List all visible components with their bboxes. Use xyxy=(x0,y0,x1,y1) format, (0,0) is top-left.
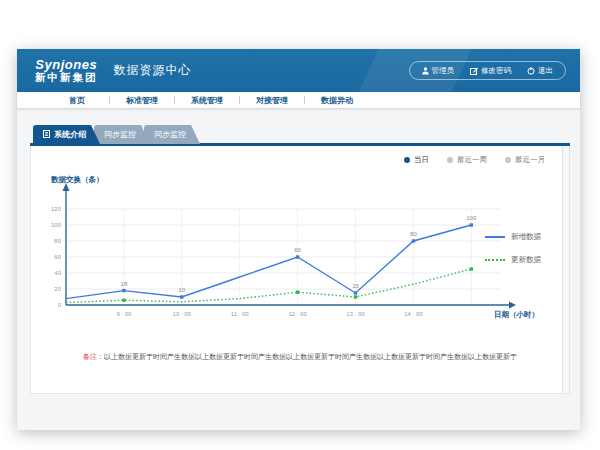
x-tick-label: 13 : 00 xyxy=(346,311,365,317)
y-tick-label: 40 xyxy=(54,270,61,276)
app-window: Synjones 新中新集团 数据资源中心 管理员 修改密码 退出 xyxy=(17,49,580,430)
note-prefix: 备注： xyxy=(83,353,104,360)
data-point-marker xyxy=(180,295,183,298)
green-dotted-line-sample-icon xyxy=(485,259,505,261)
x-axis-arrow-icon xyxy=(509,302,516,309)
chart-panel: 当日 最近一周 最近一月 0204060801001209 : 0010 : 0… xyxy=(30,146,570,394)
legend-item-updated-data[interactable]: 更新数据 xyxy=(485,255,541,265)
data-point-marker xyxy=(354,291,357,294)
data-point-marker xyxy=(354,295,357,298)
data-point-marker xyxy=(470,223,473,226)
x-tick-label: 10 : 00 xyxy=(173,311,192,317)
data-point-marker xyxy=(470,267,473,270)
x-tick-label: 12 : 00 xyxy=(288,311,307,317)
x-tick-label: 14 : 00 xyxy=(404,311,423,317)
y-tick-label: 0 xyxy=(58,302,62,308)
edit-icon xyxy=(470,67,478,75)
nav-item-data-change[interactable]: 数据异动 xyxy=(305,95,369,106)
data-point-label: 18 xyxy=(121,281,128,287)
tab-system-intro[interactable]: 系统介绍 xyxy=(33,125,100,144)
tab-bar: 系统介绍 同步监控 同步监控 xyxy=(33,125,194,144)
chart-legend: 新增数据 更新数据 xyxy=(485,232,541,265)
nav-item-home[interactable]: 首页 xyxy=(45,95,109,106)
tab-sync-monitor-2[interactable]: 同步监控 xyxy=(144,125,200,144)
logo-subtext: 新中新集团 xyxy=(35,72,98,83)
footer-note: 备注：以上数据更新于时间产生数据以上数据更新于时间产生数据以上数据更新于时间产生… xyxy=(31,352,569,362)
y-axis-title: 数据交换（条） xyxy=(50,175,104,184)
y-tick-label: 100 xyxy=(51,222,62,228)
data-point-marker xyxy=(122,289,125,292)
user-icon xyxy=(422,67,429,75)
blue-line-sample-icon xyxy=(485,236,505,238)
app-header: Synjones 新中新集团 数据资源中心 管理员 修改密码 退出 xyxy=(17,49,580,92)
y-tick-label: 120 xyxy=(51,206,62,212)
logout-button[interactable]: 退出 xyxy=(519,66,561,76)
y-tick-label: 20 xyxy=(54,286,61,292)
x-tick-label: 9 : 00 xyxy=(116,311,132,317)
nav-item-system-mgmt[interactable]: 系统管理 xyxy=(175,95,239,106)
data-point-marker xyxy=(412,239,415,242)
data-point-label: 60 xyxy=(294,247,301,253)
admin-user-button[interactable]: 管理员 xyxy=(414,66,463,76)
panel-scrollbar[interactable] xyxy=(562,146,569,393)
x-tick-label: 11 : 00 xyxy=(231,311,250,317)
logo-text: Synjones xyxy=(35,58,98,72)
legend-item-new-data[interactable]: 新增数据 xyxy=(485,232,541,242)
data-point-label: 10 xyxy=(178,287,185,293)
data-point-marker xyxy=(296,255,299,258)
y-tick-label: 80 xyxy=(54,238,61,244)
data-point-label: 15 xyxy=(352,283,359,289)
main-nav: 首页 标准管理 系统管理 对接管理 数据异动 xyxy=(17,92,580,109)
data-point-marker xyxy=(122,299,125,302)
note-text: 以上数据更新于时间产生数据以上数据更新于时间产生数据以上数据更新于时间产生数据以… xyxy=(104,353,517,360)
nav-item-connect-mgmt[interactable]: 对接管理 xyxy=(240,95,304,106)
x-axis-title: 日期（小时） xyxy=(494,310,539,319)
company-logo: Synjones 新中新集团 xyxy=(35,58,98,83)
header-button-group: 管理员 修改密码 退出 xyxy=(409,61,567,80)
y-axis-arrow-icon xyxy=(63,183,70,191)
change-password-button[interactable]: 修改密码 xyxy=(462,66,519,76)
data-point-label: 80 xyxy=(410,231,417,237)
y-tick-label: 60 xyxy=(54,254,61,260)
power-icon xyxy=(527,67,535,75)
data-point-label: 100 xyxy=(466,215,477,221)
nav-item-standard-mgmt[interactable]: 标准管理 xyxy=(110,95,174,106)
document-icon xyxy=(43,130,50,140)
data-point-marker xyxy=(296,291,299,294)
tab-sync-monitor-1[interactable]: 同步监控 xyxy=(94,125,150,144)
page-title: 数据资源中心 xyxy=(114,62,192,79)
